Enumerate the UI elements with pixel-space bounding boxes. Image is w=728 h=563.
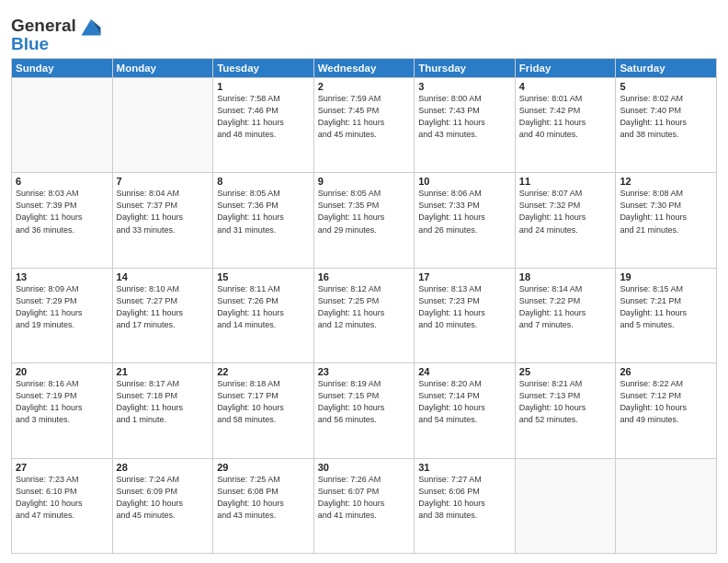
logo: General Blue: [11, 13, 104, 52]
day-info: Sunrise: 8:20 AM Sunset: 7:14 PM Dayligh…: [418, 378, 511, 426]
day-number: 31: [418, 462, 511, 473]
day-info: Sunrise: 8:21 AM Sunset: 7:13 PM Dayligh…: [519, 378, 612, 426]
calendar-cell: 9Sunrise: 8:05 AM Sunset: 7:35 PM Daylig…: [313, 173, 415, 268]
calendar-cell: 12Sunrise: 8:08 AM Sunset: 7:30 PM Dayli…: [616, 173, 717, 268]
day-info: Sunrise: 8:01 AM Sunset: 7:42 PM Dayligh…: [519, 93, 612, 141]
calendar-cell: 24Sunrise: 8:20 AM Sunset: 7:14 PM Dayli…: [415, 363, 516, 458]
calendar-cell: 15Sunrise: 8:11 AM Sunset: 7:26 PM Dayli…: [213, 268, 314, 362]
day-number: 1: [217, 81, 310, 92]
column-header-sunday: Sunday: [12, 59, 113, 78]
calendar-cell: 11Sunrise: 8:07 AM Sunset: 7:32 PM Dayli…: [515, 173, 616, 268]
calendar-cell: 28Sunrise: 7:24 AM Sunset: 6:09 PM Dayli…: [112, 458, 213, 553]
day-info: Sunrise: 8:19 AM Sunset: 7:15 PM Dayligh…: [318, 378, 411, 426]
day-info: Sunrise: 7:25 AM Sunset: 6:08 PM Dayligh…: [217, 474, 310, 522]
calendar-week-1: 6Sunrise: 8:03 AM Sunset: 7:39 PM Daylig…: [12, 173, 717, 268]
day-info: Sunrise: 8:10 AM Sunset: 7:27 PM Dayligh…: [117, 283, 210, 331]
day-number: 12: [620, 176, 712, 187]
day-info: Sunrise: 7:58 AM Sunset: 7:46 PM Dayligh…: [217, 93, 310, 141]
calendar-cell: 18Sunrise: 8:14 AM Sunset: 7:22 PM Dayli…: [515, 268, 616, 362]
calendar-cell: 17Sunrise: 8:13 AM Sunset: 7:23 PM Dayli…: [415, 268, 516, 362]
day-info: Sunrise: 7:27 AM Sunset: 6:06 PM Dayligh…: [418, 474, 511, 522]
page: General Blue SundayMondayTuesdayWednesda…: [0, 0, 728, 563]
calendar-cell: 27Sunrise: 7:23 AM Sunset: 6:10 PM Dayli…: [12, 458, 113, 553]
day-number: 20: [16, 366, 108, 377]
day-number: 18: [519, 271, 612, 282]
calendar-cell: [12, 78, 113, 173]
calendar-cell: 14Sunrise: 8:10 AM Sunset: 7:27 PM Dayli…: [112, 268, 213, 362]
logo-icon: [78, 13, 104, 39]
day-info: Sunrise: 8:12 AM Sunset: 7:25 PM Dayligh…: [318, 283, 411, 331]
calendar-cell: 3Sunrise: 8:00 AM Sunset: 7:43 PM Daylig…: [415, 78, 516, 173]
day-info: Sunrise: 8:22 AM Sunset: 7:12 PM Dayligh…: [620, 378, 712, 426]
day-info: Sunrise: 8:00 AM Sunset: 7:43 PM Dayligh…: [418, 93, 511, 141]
calendar-cell: 4Sunrise: 8:01 AM Sunset: 7:42 PM Daylig…: [515, 78, 616, 173]
day-number: 21: [117, 366, 210, 377]
calendar-week-4: 27Sunrise: 7:23 AM Sunset: 6:10 PM Dayli…: [12, 458, 717, 553]
day-info: Sunrise: 8:06 AM Sunset: 7:33 PM Dayligh…: [418, 188, 511, 236]
day-info: Sunrise: 8:11 AM Sunset: 7:26 PM Dayligh…: [217, 283, 310, 331]
day-number: 11: [519, 176, 612, 187]
calendar-table: SundayMondayTuesdayWednesdayThursdayFrid…: [11, 58, 717, 554]
calendar-cell: 10Sunrise: 8:06 AM Sunset: 7:33 PM Dayli…: [415, 173, 516, 268]
day-info: Sunrise: 8:03 AM Sunset: 7:39 PM Dayligh…: [16, 188, 108, 236]
calendar-cell: 2Sunrise: 7:59 AM Sunset: 7:45 PM Daylig…: [313, 78, 415, 173]
day-number: 30: [318, 462, 411, 473]
calendar-cell: 13Sunrise: 8:09 AM Sunset: 7:29 PM Dayli…: [12, 268, 113, 362]
calendar-cell: 8Sunrise: 8:05 AM Sunset: 7:36 PM Daylig…: [213, 173, 314, 268]
day-number: 25: [519, 366, 612, 377]
column-header-friday: Friday: [515, 59, 616, 78]
column-header-wednesday: Wednesday: [313, 59, 415, 78]
day-info: Sunrise: 7:24 AM Sunset: 6:09 PM Dayligh…: [117, 474, 210, 522]
day-number: 28: [117, 462, 210, 473]
calendar-cell: [112, 78, 213, 173]
calendar-week-3: 20Sunrise: 8:16 AM Sunset: 7:19 PM Dayli…: [12, 363, 717, 458]
day-number: 2: [318, 81, 411, 92]
calendar-cell: 21Sunrise: 8:17 AM Sunset: 7:18 PM Dayli…: [112, 363, 213, 458]
day-info: Sunrise: 8:16 AM Sunset: 7:19 PM Dayligh…: [16, 378, 108, 426]
calendar-cell: 22Sunrise: 8:18 AM Sunset: 7:17 PM Dayli…: [213, 363, 314, 458]
column-header-tuesday: Tuesday: [213, 59, 314, 78]
calendar-cell: 16Sunrise: 8:12 AM Sunset: 7:25 PM Dayli…: [313, 268, 415, 362]
day-info: Sunrise: 7:23 AM Sunset: 6:10 PM Dayligh…: [16, 474, 108, 522]
calendar-header-row: SundayMondayTuesdayWednesdayThursdayFrid…: [12, 59, 717, 78]
calendar-cell: [616, 458, 717, 553]
calendar-week-2: 13Sunrise: 8:09 AM Sunset: 7:29 PM Dayli…: [12, 268, 717, 362]
column-header-thursday: Thursday: [415, 59, 516, 78]
day-info: Sunrise: 8:18 AM Sunset: 7:17 PM Dayligh…: [217, 378, 310, 426]
calendar-cell: 7Sunrise: 8:04 AM Sunset: 7:37 PM Daylig…: [112, 173, 213, 268]
calendar-cell: [515, 458, 616, 553]
day-number: 10: [418, 176, 511, 187]
calendar-cell: 1Sunrise: 7:58 AM Sunset: 7:46 PM Daylig…: [213, 78, 314, 173]
day-info: Sunrise: 8:17 AM Sunset: 7:18 PM Dayligh…: [117, 378, 210, 426]
calendar-cell: 6Sunrise: 8:03 AM Sunset: 7:39 PM Daylig…: [12, 173, 113, 268]
day-info: Sunrise: 8:08 AM Sunset: 7:30 PM Dayligh…: [620, 188, 712, 236]
calendar-cell: 20Sunrise: 8:16 AM Sunset: 7:19 PM Dayli…: [12, 363, 113, 458]
day-info: Sunrise: 8:05 AM Sunset: 7:35 PM Dayligh…: [318, 188, 411, 236]
day-number: 15: [217, 271, 310, 282]
day-number: 23: [318, 366, 411, 377]
day-info: Sunrise: 8:05 AM Sunset: 7:36 PM Dayligh…: [217, 188, 310, 236]
column-header-monday: Monday: [112, 59, 213, 78]
day-info: Sunrise: 7:59 AM Sunset: 7:45 PM Dayligh…: [318, 93, 411, 141]
day-number: 29: [217, 462, 310, 473]
calendar-cell: 30Sunrise: 7:26 AM Sunset: 6:07 PM Dayli…: [313, 458, 415, 553]
calendar-cell: 25Sunrise: 8:21 AM Sunset: 7:13 PM Dayli…: [515, 363, 616, 458]
day-number: 17: [418, 271, 511, 282]
day-number: 8: [217, 176, 310, 187]
day-info: Sunrise: 8:15 AM Sunset: 7:21 PM Dayligh…: [620, 283, 712, 331]
day-number: 19: [620, 271, 712, 282]
calendar-cell: 23Sunrise: 8:19 AM Sunset: 7:15 PM Dayli…: [313, 363, 415, 458]
day-info: Sunrise: 8:13 AM Sunset: 7:23 PM Dayligh…: [418, 283, 511, 331]
calendar-cell: 29Sunrise: 7:25 AM Sunset: 6:08 PM Dayli…: [213, 458, 314, 553]
day-number: 16: [318, 271, 411, 282]
day-info: Sunrise: 8:14 AM Sunset: 7:22 PM Dayligh…: [519, 283, 612, 331]
logo-general: General: [11, 16, 76, 36]
day-number: 26: [620, 366, 712, 377]
day-number: 6: [16, 176, 108, 187]
calendar-cell: 26Sunrise: 8:22 AM Sunset: 7:12 PM Dayli…: [616, 363, 717, 458]
day-number: 5: [620, 81, 712, 92]
column-header-saturday: Saturday: [616, 59, 717, 78]
calendar-cell: 5Sunrise: 8:02 AM Sunset: 7:40 PM Daylig…: [616, 78, 717, 173]
day-info: Sunrise: 8:02 AM Sunset: 7:40 PM Dayligh…: [620, 93, 712, 141]
day-info: Sunrise: 8:04 AM Sunset: 7:37 PM Dayligh…: [117, 188, 210, 236]
